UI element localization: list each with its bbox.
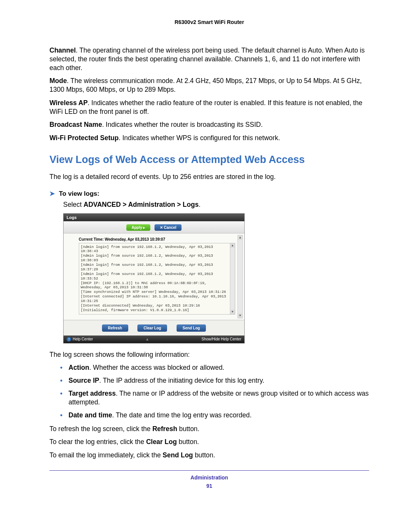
log-line: [Initialized, firmware version: V1.0.0.1… [81,308,229,313]
para-wps: Wi-Fi Protected Setup. Indicates whether… [49,134,369,142]
bottom-button-row: Refresh Clear Log Send Log [64,320,244,335]
current-time: Current Time: Wednesday, Apr 03,2013 10:… [79,237,235,241]
section-heading: View Logs of Web Access or Attempted Web… [49,154,369,166]
log-line: [Internet connected] IP address: 10.1.10… [81,294,229,304]
scroll-down-icon[interactable]: ▼ [230,310,235,314]
text: button. [193,451,215,459]
bullet-text: . The IP address of the initiating devic… [99,377,264,384]
help-center-label: Help Center [73,337,93,341]
showhide-help-link[interactable]: Show/Hide Help Center [201,337,241,341]
cancel-button[interactable]: ✕ Cancel [155,224,182,231]
logs-body: ▲ ▼ Current Time: Wednesday, Apr 03,2013… [64,233,244,320]
para-channel: Channel. The operating channel of the wi… [49,46,369,72]
list-item: Source IP. The IP address of the initiat… [60,376,369,385]
window-title: Logs [64,214,244,221]
top-button-row: Apply ▸ ✕ Cancel [64,221,244,233]
label-mode: Mode [49,77,67,85]
scroll-up-icon[interactable]: ▲ [230,243,235,248]
bullet-label: Target address [68,390,116,397]
procedure-title: To view logs: [59,190,99,197]
bullet-label: Action [68,364,89,371]
send-log-button[interactable]: Send Log [177,324,206,332]
para-mode: Mode. The wireless communication mode. A… [49,77,369,94]
refresh-instruction: To refresh the log screen, click the Ref… [49,425,369,433]
help-footer: ?Help Center ▲ Show/Hide Help Center [64,335,244,343]
label-wap: Wireless AP [49,99,88,107]
log-line: [Admin login] from source 192.168.1.2, W… [81,245,229,254]
text-channel: . The operating channel of the wireless … [49,46,365,72]
after-screenshot-para: The log screen shows the following infor… [49,350,369,359]
step-path: ADVANCED > Administration > Logs [84,201,199,208]
scroll-up-icon[interactable]: ▲ [238,235,242,240]
intro-para: The log is a detailed record of events. … [49,173,369,181]
inner-scrollbar[interactable]: ▲ ▼ [230,243,235,314]
text-bname: . Indicates whether the router is broadc… [102,121,263,128]
help-icon: ? [67,337,71,342]
info-bullet-list: Action. Whether the access was blocked o… [60,363,369,420]
apply-button[interactable]: Apply ▸ [126,224,151,231]
bullet-label: Source IP [68,377,99,384]
list-item: Target address. The name or IP address o… [60,389,369,407]
clear-instruction: To clear the log entries, click the Clea… [49,438,369,446]
scroll-down-icon[interactable]: ▼ [238,313,242,318]
chevron-right-icon: ➤ [49,190,55,197]
footer-rule [49,470,369,471]
procedure-step: Select ADVANCED > Administration > Logs. [63,201,369,209]
text: To clear the log entries, click the [49,438,146,446]
log-line: [Admin login] from source 192.168.1.2, W… [81,263,229,272]
log-line: [Admin login] from source 192.168.1.2, W… [81,272,229,281]
clear-log-button[interactable]: Clear Log [137,324,167,332]
logs-screenshot: Logs Apply ▸ ✕ Cancel ▲ ▼ Current Time: … [63,213,245,343]
step-prefix: Select [63,201,84,208]
help-center-link[interactable]: ?Help Center [67,337,93,342]
text: To refresh the log screen, click the [49,425,152,433]
label-wps: Wi-Fi Protected Setup [49,134,119,142]
button-name: Refresh [152,425,177,433]
procedure-heading: ➤ To view logs: [49,190,369,198]
button-name: Send Log [162,451,193,459]
doc-header: R6300v2 Smart WiFi Router [49,19,369,25]
log-line: [Internet disconnected] Wednesday, Apr 0… [81,304,229,308]
text: button. [177,438,199,446]
send-instruction: To email the log immediately, click the … [49,451,369,460]
bullet-text: . Whether the access was blocked or allo… [89,364,224,371]
para-wireless-ap: Wireless AP. Indicates whether the radio… [49,99,369,116]
label-bname: Broadcast Name [49,121,102,128]
text-mode: . The wireless communication mode. At 2.… [49,77,362,93]
para-broadcast-name: Broadcast Name. Indicates whether the ro… [49,120,369,129]
chevron-up-icon[interactable]: ▲ [145,337,149,341]
log-line: [Admin login] from source 192.168.1.2, W… [81,254,229,263]
log-line: [Time synchronized with NTP server] Wedn… [81,290,229,294]
button-name: Clear Log [146,438,177,446]
text: button. [177,425,199,433]
text-wap: . Indicates whether the radio feature of… [49,99,362,115]
text-wps: . Indicates whether WPS is configured fo… [119,134,280,142]
label-channel: Channel [49,46,76,54]
list-item: Date and time. The date and time the log… [60,411,369,420]
refresh-button[interactable]: Refresh [102,324,128,332]
bullet-text: . The date and time the log entry was re… [112,411,252,419]
log-line: [DHCP IP: (192.168.1.2)] to MAC address … [81,281,229,290]
log-textarea[interactable]: ▲ ▼ [Admin login] from source 192.168.1.… [79,243,235,315]
outer-scrollbar[interactable]: ▲ ▼ [237,235,243,318]
bullet-label: Date and time [68,411,112,419]
footer-page-number: 91 [49,483,369,489]
step-suffix: . [199,201,201,208]
list-item: Action. Whether the access was blocked o… [60,363,369,372]
footer-section-label: Administration [49,474,369,481]
text: To email the log immediately, click the [49,451,162,459]
